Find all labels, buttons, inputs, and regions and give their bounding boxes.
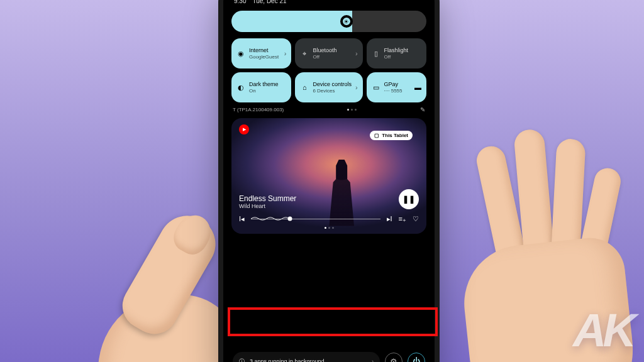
tile-sublabel: Off <box>313 54 352 60</box>
status-date: Tue, Dec 21 <box>252 0 286 4</box>
tablet-icon: ▢ <box>374 133 379 138</box>
tile-sublabel: On <box>249 88 286 94</box>
quick-settings-tiles: ◉ Internet GoogleGuest › ⌖ Bluetooth Off… <box>231 38 426 102</box>
tile-label: Internet <box>249 47 280 53</box>
gear-icon: ⚙ <box>390 357 397 363</box>
tile-internet[interactable]: ◉ Internet GoogleGuest › <box>231 38 291 69</box>
progress-wave-icon <box>251 214 290 223</box>
tile-bluetooth[interactable]: ⌖ Bluetooth Off › <box>295 38 362 69</box>
edit-icon[interactable]: ✎ <box>420 106 425 113</box>
background-apps-pill[interactable]: ⓘ 3 apps running in background › <box>233 352 380 362</box>
brightness-slider[interactable]: ☀ <box>231 11 426 32</box>
favorite-icon[interactable]: ♡ <box>413 215 419 223</box>
queue-icon[interactable]: ≡₊ <box>399 215 406 223</box>
info-icon: ⓘ <box>239 358 245 363</box>
tile-dark-theme[interactable]: ◐ Dark theme On <box>231 72 291 102</box>
track-title: Endless Summer <box>239 194 296 203</box>
tile-gpay[interactable]: ▭ GPay ···· 5555 ▬ <box>367 72 426 102</box>
tile-sublabel: 6 Devices <box>313 88 352 94</box>
tile-sublabel: GoogleGuest <box>249 54 280 60</box>
flashlight-icon: ▯ <box>372 50 380 58</box>
youtube-icon: ▶ <box>239 124 249 134</box>
tile-flashlight[interactable]: ▯ Flashlight Off <box>367 38 426 69</box>
chevron-right-icon: › <box>355 50 358 57</box>
build-string: T (TP1A.2100409.003) <box>233 107 284 112</box>
home-icon: ⌂ <box>300 84 309 91</box>
settings-button[interactable]: ⚙ <box>385 353 402 362</box>
page-indicator <box>347 109 357 111</box>
brightness-icon: ☀ <box>340 15 353 28</box>
dark-icon: ◐ <box>236 84 245 92</box>
device-chip-label: This Tablet <box>382 133 408 138</box>
card-icon: ▭ <box>372 84 380 92</box>
tile-sublabel: ···· 5555 <box>384 88 411 94</box>
power-icon: ⏻ <box>413 357 420 362</box>
output-device-chip[interactable]: ▢ This Tablet <box>370 131 413 140</box>
card-icon: ▬ <box>414 84 421 91</box>
tile-label: Device controls <box>313 81 352 87</box>
tile-label: Dark theme <box>249 81 286 87</box>
status-bar: 9:30 Tue, Dec 21 <box>231 0 426 8</box>
tile-label: GPay <box>384 81 411 87</box>
watermark: AK <box>573 304 633 357</box>
tile-label: Bluetooth <box>313 47 352 53</box>
wifi-icon: ◉ <box>236 50 245 58</box>
tile-label: Flashlight <box>384 47 421 53</box>
media-card[interactable]: ▶ ▢ This Tablet Endless Summer Wild Hear… <box>231 118 426 234</box>
media-page-indicator <box>239 227 419 229</box>
power-button[interactable]: ⏻ <box>408 353 425 362</box>
phone-frame: 9:30 Tue, Dec 21 ☀ ◉ Internet GoogleGues… <box>223 0 435 362</box>
background-apps-label: 3 apps running in background <box>250 358 325 362</box>
status-time: 9:30 <box>234 0 246 4</box>
chevron-right-icon: › <box>355 84 358 91</box>
track-artist: Wild Heart <box>239 203 296 209</box>
tile-device-controls[interactable]: ⌂ Device controls 6 Devices › <box>295 72 362 102</box>
bluetooth-icon: ⌖ <box>300 50 309 58</box>
chevron-right-icon: › <box>372 358 374 362</box>
chevron-right-icon: › <box>284 50 287 57</box>
pause-button[interactable]: ❚❚ <box>399 189 419 209</box>
tile-sublabel: Off <box>384 54 421 60</box>
next-track-icon[interactable]: ▸I <box>387 215 392 223</box>
previous-track-icon[interactable]: I◂ <box>239 215 245 223</box>
progress-slider[interactable] <box>251 214 380 223</box>
